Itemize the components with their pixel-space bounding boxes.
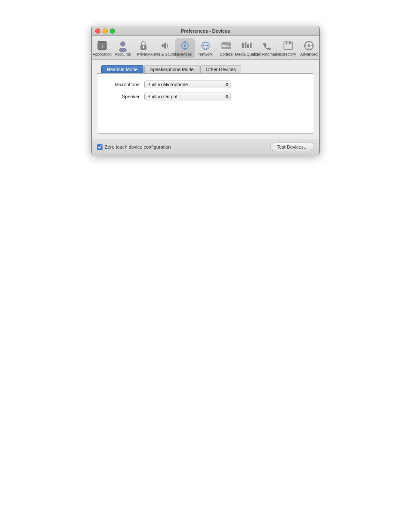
accounts-icon <box>117 40 129 52</box>
minimize-button[interactable] <box>103 28 108 34</box>
svg-rect-18 <box>250 43 252 48</box>
speaker-select[interactable]: Built-in Output <box>144 93 230 100</box>
speaker-row: Speaker: Built-in Output <box>104 93 307 100</box>
privacy-label: Privacy <box>137 52 150 56</box>
network-icon <box>199 40 212 52</box>
svg-rect-8 <box>184 41 186 43</box>
microphone-select-wrapper: Built-in Microphone <box>144 81 230 88</box>
codecs-label: Codecs <box>220 52 233 56</box>
devices-panel: Microphone: Built-in Microphone Speaker:… <box>97 73 314 134</box>
advanced-label: Advanced <box>300 52 318 56</box>
zero-touch-wrap: Zero touch device configuration <box>97 144 171 150</box>
network-label: Network <box>198 52 212 56</box>
tab-headset-mode[interactable]: Headset Mode <box>101 65 143 73</box>
toolbar-item-directory[interactable]: Directory <box>278 38 298 58</box>
microphone-label: Microphone: <box>104 82 141 87</box>
advanced-icon <box>303 40 315 52</box>
svg-text:CODEC: CODEC <box>221 44 231 47</box>
svg-point-7 <box>184 44 186 47</box>
directory-icon <box>282 40 294 52</box>
svg-point-3 <box>119 48 127 52</box>
media-quality-icon <box>241 40 253 52</box>
svg-rect-15 <box>242 43 244 48</box>
maximize-button[interactable] <box>110 28 115 34</box>
svg-rect-17 <box>247 44 249 48</box>
bottom-bar: Zero touch device configuration Test Dev… <box>92 139 319 155</box>
microphone-row: Microphone: Built-in Microphone <box>104 81 307 88</box>
preferences-window: Preferences - Devices i Application Acco… <box>91 26 320 155</box>
zero-touch-label: Zero touch device configuration <box>105 144 171 149</box>
toolbar-item-network[interactable]: Network <box>196 38 215 58</box>
test-devices-button[interactable]: Test Devices... <box>270 143 314 151</box>
alerts-sounds-label: Alerts & Sounds <box>150 52 178 56</box>
toolbar-item-call-automation[interactable]: Call Automation <box>258 38 277 58</box>
application-icon: i <box>96 40 108 52</box>
svg-text:i: i <box>101 43 103 49</box>
svg-rect-28 <box>311 45 313 46</box>
toolbar: i Application Accounts Pr <box>92 36 319 60</box>
tab-bar: Headset Mode Speakerphone Mode Other Dev… <box>97 65 314 73</box>
toolbar-item-application[interactable]: i Application <box>92 38 112 58</box>
accounts-label: Accounts <box>115 52 131 56</box>
svg-rect-19 <box>284 42 293 50</box>
alerts-sounds-icon <box>158 40 170 52</box>
directory-label: Directory <box>280 52 296 56</box>
devices-icon <box>179 40 191 52</box>
svg-rect-9 <box>184 48 186 50</box>
application-label: Application <box>93 52 112 56</box>
tab-speakerphone-mode[interactable]: Speakerphone Mode <box>144 65 199 73</box>
svg-point-5 <box>143 46 144 48</box>
tab-other-devices[interactable]: Other Devices <box>200 65 242 73</box>
svg-rect-22 <box>289 42 291 44</box>
toolbar-item-codecs[interactable]: CODEC Codecs <box>216 38 236 58</box>
close-button[interactable] <box>95 28 100 34</box>
speaker-select-wrapper: Built-in Output <box>144 93 230 100</box>
toolbar-item-devices[interactable]: Devices <box>175 38 195 58</box>
svg-rect-27 <box>305 45 306 46</box>
toolbar-item-accounts[interactable]: Accounts <box>113 38 133 58</box>
content-area: Headset Mode Speakerphone Mode Other Dev… <box>92 60 319 139</box>
svg-point-2 <box>120 41 125 47</box>
call-automation-label: Call Automation <box>254 52 281 56</box>
microphone-select[interactable]: Built-in Microphone <box>144 81 230 88</box>
zero-touch-checkbox[interactable] <box>97 144 103 150</box>
toolbar-item-advanced[interactable]: Advanced <box>299 38 319 58</box>
call-automation-icon <box>262 40 274 52</box>
svg-point-24 <box>308 44 310 47</box>
speaker-label: Speaker: <box>104 94 141 99</box>
title-bar: Preferences - Devices <box>92 26 319 36</box>
window-title: Preferences - Devices <box>181 28 230 34</box>
devices-label: Devices <box>178 52 192 56</box>
svg-rect-25 <box>308 41 309 43</box>
svg-rect-26 <box>308 48 309 50</box>
privacy-icon <box>137 40 149 52</box>
traffic-lights <box>95 28 115 34</box>
toolbar-item-alerts-sounds[interactable]: Alerts & Sounds <box>154 38 174 58</box>
svg-rect-16 <box>245 42 246 48</box>
svg-rect-21 <box>286 42 287 44</box>
codecs-icon: CODEC <box>220 40 232 52</box>
